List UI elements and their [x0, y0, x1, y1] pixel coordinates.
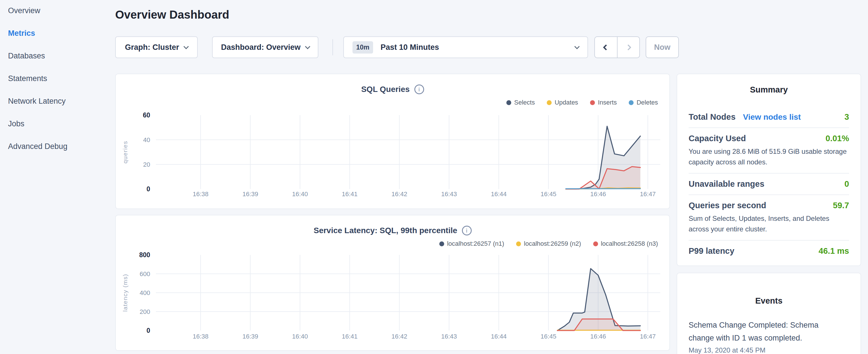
- chevron-right-icon: [625, 44, 631, 50]
- sidebar-item-statements[interactable]: Statements: [0, 74, 105, 97]
- graph-node-dropdown-label: Graph: Cluster: [125, 43, 179, 52]
- dashboard-dropdown[interactable]: Dashboard: Overview: [212, 36, 318, 58]
- sidebar-item-advanced-debug[interactable]: Advanced Debug: [0, 142, 105, 165]
- chart-title-row: Service Latency: SQL, 99th percentile i: [116, 226, 670, 235]
- summary-row-value: 0.01%: [826, 134, 849, 143]
- sidebar-item-jobs[interactable]: Jobs: [0, 120, 105, 142]
- legend-dot-icon: [547, 100, 552, 105]
- time-prev-button[interactable]: [595, 37, 618, 58]
- y-tick-label: 600: [140, 270, 150, 278]
- events-title: Events: [689, 296, 849, 305]
- y-tick-label: 60: [143, 111, 150, 119]
- legend-label: localhost:26259 (n2): [524, 240, 581, 248]
- chart-legend: localhost:26257 (n1)localhost:26259 (n2)…: [439, 240, 658, 248]
- y-tick-label: 0: [147, 185, 150, 193]
- summary-row-label: P99 latency: [689, 246, 735, 256]
- chart-title: SQL Queries: [361, 85, 409, 94]
- info-icon[interactable]: i: [462, 226, 472, 235]
- info-icon[interactable]: i: [414, 85, 424, 94]
- summary-row-queries-per-second: Queries per second 59.7 Sum of Selects, …: [689, 195, 849, 240]
- legend-dot-icon: [590, 100, 595, 105]
- view-nodes-list-link[interactable]: View nodes list: [743, 112, 801, 122]
- x-tick-label: 16:40: [292, 190, 308, 198]
- summary-row-p99-latency: P99 latency 46.1 ms: [689, 240, 849, 261]
- legend-dot-icon: [593, 242, 598, 246]
- summary-row-subtext: Sum of Selects, Updates, Inserts, and De…: [689, 213, 849, 234]
- summary-title: Summary: [689, 85, 849, 95]
- legend-dot-icon: [516, 242, 521, 246]
- x-tick-label: 16:47: [640, 333, 656, 340]
- sidebar-item-label: Statements: [8, 74, 47, 83]
- x-tick-label: 16:39: [242, 333, 258, 340]
- summary-row-value: 46.1 ms: [819, 246, 849, 256]
- chevron-down-icon: [305, 44, 310, 49]
- sql-queries-chart[interactable]: 16:3816:3916:4016:4116:4216:4316:4416:45…: [116, 111, 671, 203]
- legend-label: Updates: [555, 99, 578, 106]
- sidebar-item-databases[interactable]: Databases: [0, 52, 105, 74]
- y-tick-label: 20: [143, 161, 150, 168]
- legend-item[interactable]: Deletes: [629, 99, 658, 106]
- x-tick-label: 16:43: [441, 190, 457, 198]
- sidebar-item-label: Jobs: [8, 120, 24, 128]
- sidebar-item-overview[interactable]: Overview: [0, 6, 105, 29]
- time-next-button[interactable]: [618, 37, 640, 58]
- x-tick-label: 16:39: [242, 190, 258, 198]
- summary-panel: Summary Total Nodes View nodes list 3 Ca…: [677, 74, 861, 266]
- event-item[interactable]: Schema Change Completed: Schema change w…: [689, 319, 849, 354]
- legend-label: Inserts: [598, 99, 617, 106]
- legend-item[interactable]: Selects: [506, 99, 535, 106]
- x-tick-label: 16:46: [590, 190, 606, 198]
- legend-item[interactable]: localhost:26258 (n3): [593, 240, 658, 248]
- x-tick-label: 16:42: [392, 190, 407, 198]
- time-range-badge: 10m: [352, 41, 373, 54]
- y-tick-label: 400: [140, 289, 150, 296]
- graph-node-dropdown[interactable]: Graph: Cluster: [115, 36, 198, 58]
- y-tick-label: 40: [143, 136, 150, 143]
- x-tick-label: 16:45: [540, 333, 556, 340]
- sidebar-item-network-latency[interactable]: Network Latency: [0, 97, 105, 120]
- x-tick-label: 16:38: [193, 333, 209, 340]
- event-text: Schema Change Completed: Schema change w…: [689, 319, 838, 345]
- legend-label: localhost:26258 (n3): [601, 240, 658, 248]
- chevron-down-icon: [183, 44, 189, 49]
- summary-row-value: 3: [844, 112, 849, 122]
- sidebar-item-metrics[interactable]: Metrics: [0, 29, 105, 52]
- service-latency-chart[interactable]: 16:3816:3916:4016:4116:4216:4316:4416:45…: [116, 253, 671, 347]
- time-range-dropdown[interactable]: 10m Past 10 Minutes: [343, 36, 588, 58]
- x-tick-label: 16:42: [392, 333, 407, 340]
- chevron-left-icon: [603, 44, 609, 50]
- x-tick-label: 16:47: [640, 190, 656, 198]
- x-tick-label: 16:43: [441, 333, 457, 340]
- now-button[interactable]: Now: [646, 36, 679, 58]
- sidebar-item-label: Network Latency: [8, 97, 66, 106]
- x-tick-label: 16:45: [540, 190, 556, 198]
- summary-row-total-nodes: Total Nodes View nodes list 3: [689, 106, 849, 127]
- x-tick-label: 16:44: [491, 190, 507, 198]
- event-timestamp: May 13, 2020 at 4:45 PM: [689, 346, 849, 354]
- legend-item[interactable]: localhost:26259 (n2): [516, 240, 581, 248]
- chart-title: Service Latency: SQL, 99th percentile: [313, 226, 457, 235]
- x-tick-label: 16:40: [292, 333, 308, 340]
- y-tick-label: 0: [147, 327, 150, 334]
- service-latency-card: Service Latency: SQL, 99th percentile i …: [115, 215, 670, 351]
- sidebar: Overview Metrics Databases Statements Ne…: [0, 0, 105, 354]
- legend-label: Selects: [514, 99, 535, 106]
- legend-item[interactable]: Inserts: [590, 99, 617, 106]
- y-tick-label: 800: [139, 251, 150, 259]
- x-tick-label: 16:46: [590, 333, 606, 340]
- sidebar-item-label: Advanced Debug: [8, 142, 67, 151]
- summary-row-value: 59.7: [833, 201, 849, 210]
- x-tick-label: 16:38: [193, 190, 209, 198]
- sidebar-item-label: Metrics: [8, 29, 35, 38]
- legend-dot-icon: [506, 100, 511, 105]
- legend-item[interactable]: Updates: [547, 99, 578, 106]
- x-tick-label: 16:41: [342, 190, 358, 198]
- chart-legend: SelectsUpdatesInsertsDeletes: [506, 99, 658, 106]
- summary-row-label: Capacity Used: [689, 134, 746, 143]
- legend-item[interactable]: localhost:26257 (n1): [439, 240, 504, 248]
- legend-label: Deletes: [637, 99, 658, 106]
- x-tick-label: 16:44: [491, 333, 507, 340]
- sidebar-item-label: Databases: [8, 52, 45, 60]
- summary-row-value: 0: [844, 179, 849, 189]
- chart-title-row: SQL Queries i: [116, 85, 670, 94]
